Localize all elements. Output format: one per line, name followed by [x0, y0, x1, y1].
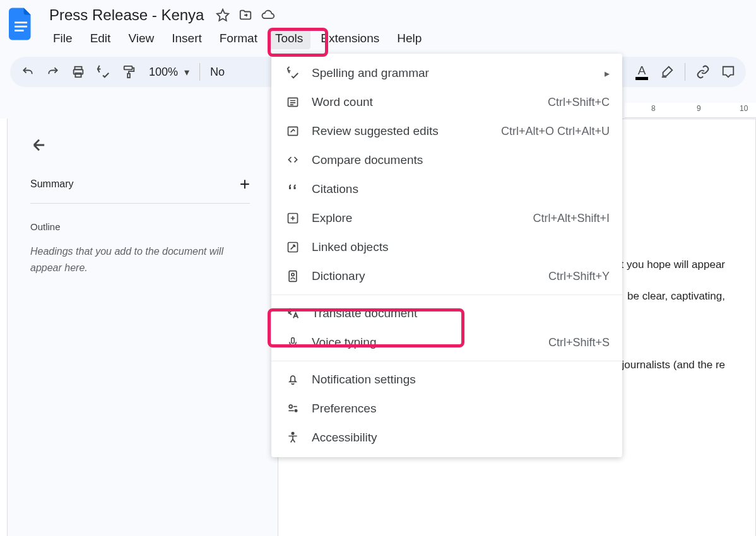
- move-folder-icon[interactable]: [238, 8, 253, 23]
- svg-rect-0: [15, 21, 27, 23]
- outline-heading: Outline: [30, 221, 250, 232]
- chevron-down-icon: ▾: [184, 66, 189, 78]
- svg-rect-9: [288, 127, 298, 135]
- tools-citations[interactable]: Citations: [271, 175, 622, 204]
- compare-icon: [284, 153, 302, 168]
- preferences-icon: [284, 401, 302, 416]
- svg-point-17: [292, 433, 293, 434]
- explore-icon: [284, 211, 302, 226]
- summary-heading: Summary: [30, 178, 73, 190]
- microphone-icon: [284, 335, 302, 350]
- dictionary-icon: [284, 269, 302, 284]
- tools-review-edits[interactable]: Review suggested edits Ctrl+Alt+O Ctrl+A…: [271, 117, 622, 146]
- horizontal-ruler: 8 9 10: [625, 103, 756, 118]
- docs-logo[interactable]: [8, 5, 35, 43]
- undo-button[interactable]: [16, 61, 39, 83]
- menu-tools[interactable]: Tools: [268, 28, 310, 49]
- svg-point-13: [292, 273, 294, 276]
- menu-bar: File Edit View Insert Format Tools Exten…: [45, 28, 748, 49]
- add-summary-button[interactable]: +: [240, 174, 250, 194]
- tools-preferences[interactable]: Preferences: [271, 394, 622, 423]
- separator: [685, 63, 685, 81]
- svg-rect-2: [15, 30, 24, 32]
- close-outline-button[interactable]: [30, 136, 50, 156]
- translate-icon: [284, 306, 302, 321]
- add-comment-button[interactable]: [717, 61, 740, 83]
- tools-dictionary[interactable]: Dictionary Ctrl+Shift+Y: [271, 262, 622, 291]
- outline-sidebar: Summary + Outline Headings that you add …: [8, 119, 273, 536]
- separator: [271, 294, 622, 295]
- vertical-ruler: [0, 119, 8, 536]
- tools-voice-typing[interactable]: Voice typing Ctrl+Shift+S: [271, 328, 622, 357]
- star-icon[interactable]: [215, 8, 230, 23]
- tools-translate-document[interactable]: Translate document: [271, 299, 622, 328]
- text-color-button[interactable]: A: [630, 61, 653, 83]
- spellcheck-button[interactable]: [92, 61, 115, 83]
- separator: [199, 63, 200, 81]
- word-count-icon: [284, 95, 302, 110]
- menu-help[interactable]: Help: [389, 28, 429, 49]
- review-edits-icon: [284, 124, 302, 139]
- bell-icon: [284, 372, 302, 387]
- menu-view[interactable]: View: [121, 28, 162, 49]
- tools-linked-objects[interactable]: Linked objects: [271, 233, 622, 262]
- svg-rect-6: [124, 66, 133, 70]
- redo-button[interactable]: [42, 61, 64, 83]
- zoom-value: 100%: [146, 66, 180, 79]
- citations-icon: [284, 182, 302, 197]
- zoom-select[interactable]: 100% ▾: [143, 61, 193, 83]
- menu-edit[interactable]: Edit: [83, 28, 119, 49]
- outline-hint: Headings that you add to the document wi…: [30, 243, 250, 276]
- highlight-color-button[interactable]: [656, 61, 678, 83]
- svg-point-15: [289, 405, 292, 408]
- tools-accessibility[interactable]: Accessibility: [271, 423, 622, 452]
- menu-file[interactable]: File: [45, 28, 80, 49]
- linked-objects-icon: [284, 240, 302, 255]
- svg-point-16: [295, 410, 297, 412]
- tools-dropdown: Spelling and grammar ▸ Word count Ctrl+S…: [271, 54, 622, 457]
- paint-format-button[interactable]: [117, 61, 140, 83]
- tools-spelling-grammar[interactable]: Spelling and grammar ▸: [271, 59, 622, 88]
- svg-rect-7: [127, 74, 130, 78]
- separator: [271, 361, 622, 361]
- tools-compare-documents[interactable]: Compare documents: [271, 146, 622, 175]
- svg-rect-1: [15, 26, 27, 28]
- tools-notification-settings[interactable]: Notification settings: [271, 365, 622, 394]
- tools-word-count[interactable]: Word count Ctrl+Shift+C: [271, 88, 622, 117]
- cloud-status-icon[interactable]: [261, 8, 276, 23]
- document-title[interactable]: Press Release - Kenya: [45, 5, 208, 25]
- chevron-right-icon: ▸: [605, 67, 610, 79]
- accessibility-icon: [284, 430, 302, 445]
- svg-rect-14: [292, 338, 295, 344]
- menu-extensions[interactable]: Extensions: [313, 28, 387, 49]
- menu-insert[interactable]: Insert: [164, 28, 210, 49]
- spellcheck-icon: [284, 66, 302, 81]
- tools-explore[interactable]: Explore Ctrl+Alt+Shift+I: [271, 204, 622, 233]
- menu-format[interactable]: Format: [212, 28, 265, 49]
- print-button[interactable]: [67, 61, 90, 83]
- paragraph-style[interactable]: No: [206, 66, 228, 79]
- insert-link-button[interactable]: [692, 61, 714, 83]
